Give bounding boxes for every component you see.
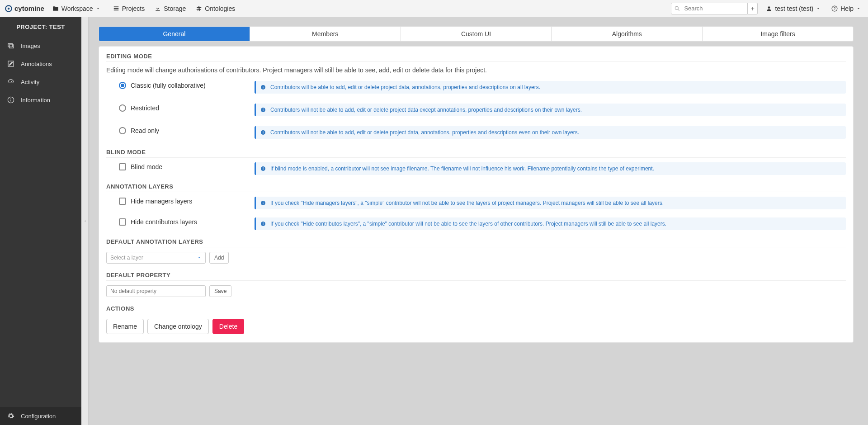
heading-annotation-layers: ANNOTATION LAYERS [106,183,846,192]
sidebar-item-activity[interactable]: Activity [0,73,81,91]
help-icon: ? [831,5,838,12]
nav-ontologies[interactable]: Ontologies [196,5,235,12]
main-content: General Members Custom UI Algorithms Ima… [89,17,868,425]
sidebar-item-configuration[interactable]: Configuration [0,407,81,425]
sidebar-item-label: Images [21,42,40,49]
svg-rect-16 [10,99,11,101]
option-restricted: Restricted Contributors will not be able… [106,104,846,116]
user-menu[interactable]: test test (test) [766,5,823,12]
brand-text: cytomine [14,5,44,12]
sidebar-item-label: Configuration [21,413,56,420]
info-text: Contributors will not be able to add, ed… [270,129,579,136]
save-property-button[interactable]: Save [209,285,231,297]
tab-imagefilters[interactable]: Image filters [703,27,853,41]
radio-readonly[interactable] [119,127,126,134]
user-label: test test (test) [775,5,813,12]
info-icon [260,130,266,135]
svg-point-22 [263,109,263,109]
tab-members[interactable]: Members [250,27,401,41]
option-label: Blind mode [131,163,162,170]
folder-icon [52,5,59,12]
default-property-input[interactable] [106,285,206,297]
svg-point-15 [10,98,11,99]
top-navbar: cytomine Workspace Projects Storage Onto… [0,0,868,17]
checkbox-blind[interactable] [119,163,126,170]
dashboard-icon [7,78,14,85]
option-label: Restricted [131,104,159,112]
nav-storage[interactable]: Storage [155,5,186,12]
rename-button[interactable]: Rename [106,319,144,334]
help-menu[interactable]: ? Help [831,5,863,12]
info-text: If you check "Hide managers layers", a "… [270,200,664,206]
svg-rect-21 [263,109,264,111]
search-input[interactable] [671,3,748,14]
svg-rect-2 [113,6,118,7]
info-icon [260,85,266,90]
heading-editing-mode: EDITING MODE [106,53,846,62]
info-text: If blind mode is enabled, a contributor … [270,165,654,172]
layer-select[interactable]: Select a layer [106,252,206,264]
sub-editing-mode: Editing mode will change authorisations … [106,66,846,74]
svg-point-34 [263,222,263,223]
sidebar-item-annotations[interactable]: Annotations [0,55,81,73]
sidebar-item-label: Annotations [21,61,52,67]
radio-classic[interactable] [119,82,126,89]
cytomine-logo-icon [5,5,13,13]
option-hide-contributors: Hide contributors layers If you check "H… [106,217,846,230]
nav-projects[interactable]: Projects [113,5,145,12]
svg-point-25 [263,131,263,132]
heading-default-property: DEFAULT PROPERTY [106,272,846,281]
checkbox-hide-contributors[interactable] [119,218,126,226]
config-tabs: General Members Custom UI Algorithms Ima… [99,26,854,42]
option-blind: Blind mode If blind mode is enabled, a c… [106,162,846,175]
nav-workspace[interactable]: Workspace [52,5,103,12]
option-label: Hide managers layers [131,198,192,205]
checkbox-hide-managers[interactable] [119,198,126,205]
list-icon [113,5,119,12]
tab-algorithms[interactable]: Algorithms [552,27,703,41]
sidebar-item-label: Information [21,97,50,104]
svg-rect-27 [263,168,264,170]
sidebar-item-images[interactable]: Images [0,37,81,55]
option-readonly: Read only Contributors will not be able … [106,126,846,139]
info-icon [7,96,14,104]
svg-point-28 [263,167,263,168]
info-readonly: Contributors will not be able to add, ed… [255,126,846,139]
user-icon [766,5,772,12]
nav-ontologies-label: Ontologies [205,5,235,12]
info-text: If you check "Hide contributos layers", … [270,221,666,227]
project-title: PROJECT: TEST [0,17,81,37]
option-classic: Classic (fully collaborative) Contributo… [106,81,846,94]
radio-restricted[interactable] [119,104,126,112]
hash-icon [196,5,202,12]
svg-rect-4 [113,9,118,10]
nav-storage-label: Storage [164,5,186,12]
change-ontology-button[interactable]: Change ontology [147,319,209,334]
images-icon [7,42,14,49]
delete-button[interactable]: Delete [212,319,244,334]
chevron-down-icon [816,6,821,11]
add-layer-button[interactable]: Add [209,252,229,264]
info-text: Contributors will not be able to add, ed… [270,107,582,113]
svg-rect-24 [263,132,264,134]
svg-rect-33 [263,223,264,225]
svg-rect-10 [8,43,12,47]
brand-logo[interactable]: cytomine [5,5,44,13]
svg-rect-11 [9,45,14,48]
info-hide-managers: If you check "Hide managers layers", a "… [255,197,846,209]
svg-point-1 [8,7,10,9]
general-panel: EDITING MODE Editing mode will change au… [99,46,854,343]
default-prop-row: Save [106,285,846,297]
heading-blind-mode: BLIND MODE [106,149,846,158]
gear-icon [7,412,14,420]
tab-customui[interactable]: Custom UI [401,27,552,41]
nav-projects-label: Projects [122,5,145,12]
svg-point-31 [263,202,263,202]
sidebar-collapse-handle[interactable] [81,17,89,425]
sidebar-item-information[interactable]: Information [0,91,81,109]
search-plus-button[interactable]: + [748,3,758,14]
edit-icon [7,60,14,67]
sidebar-item-label: Activity [21,79,39,85]
tab-general[interactable]: General [99,27,250,41]
info-icon [260,200,266,206]
